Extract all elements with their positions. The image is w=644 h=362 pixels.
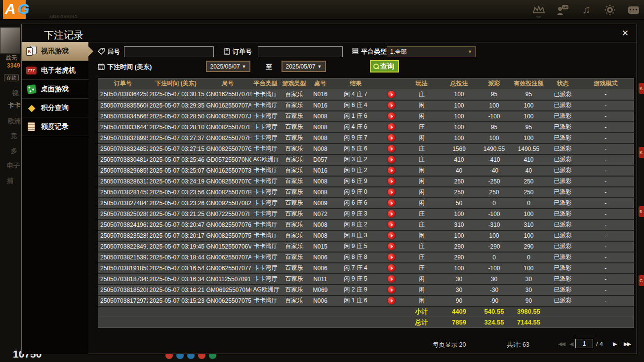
play-video-icon[interactable] bbox=[388, 178, 395, 185]
cell-time: 2025-05-07 03:21:25 bbox=[148, 209, 204, 219]
ag-logo[interactable]: A G bbox=[3, 0, 33, 20]
table-row: 2505070382814502025-05-07 03:23:56GN0082… bbox=[98, 187, 634, 198]
first-page-icon[interactable]: ◀◀ bbox=[558, 341, 564, 347]
cell-valid: 290 bbox=[510, 241, 548, 252]
date-from-picker[interactable]: 2025/05/07 ▼ bbox=[206, 61, 250, 72]
cell-payout: -410 bbox=[479, 154, 510, 165]
subtotal-bet: 4409 bbox=[440, 306, 479, 317]
total-count-label: 共计: 63 bbox=[507, 341, 529, 349]
cell-time: 2025-05-07 03:25:46 bbox=[148, 154, 204, 165]
cell-valid: 0 bbox=[510, 252, 548, 263]
cell-valid: 250 bbox=[510, 187, 548, 198]
cell-mode: - bbox=[578, 295, 634, 306]
cell-platform: 卡卡湾厅 bbox=[251, 219, 280, 230]
cell-result: 闲 1 庄 6 bbox=[332, 111, 379, 122]
cell-play bbox=[379, 154, 404, 165]
cell-status: 已派彩 bbox=[548, 111, 578, 122]
play-video-icon[interactable] bbox=[388, 112, 395, 120]
bet-records-dialog: 下注记录 ✕ K视讯游戏777电子老虎机桌面游戏◆积分查询额度记录 局号 订单号 bbox=[21, 24, 637, 354]
cell-mode: - bbox=[578, 263, 634, 274]
settings-gear-icon[interactable] bbox=[604, 3, 616, 16]
cell-table: N008 bbox=[309, 144, 332, 154]
cell-play bbox=[379, 89, 404, 100]
play-video-icon[interactable] bbox=[388, 253, 395, 261]
cell-platform: AG欧洲厅 bbox=[251, 285, 280, 295]
cell-mode: - bbox=[578, 176, 634, 187]
cell-valid: 100 bbox=[510, 263, 548, 274]
cell-table: N008 bbox=[309, 122, 332, 133]
round-input[interactable] bbox=[124, 46, 214, 57]
play-video-icon[interactable] bbox=[388, 275, 395, 283]
cell-bet: 100 bbox=[440, 209, 479, 219]
cell-time: 2025-05-07 03:16:34 bbox=[148, 274, 204, 285]
play-video-icon[interactable] bbox=[388, 102, 395, 109]
vip-icon[interactable]: VIP bbox=[532, 3, 545, 16]
date-to-picker[interactable]: 2025/05/07 ▼ bbox=[282, 61, 326, 72]
play-video-icon[interactable] bbox=[388, 264, 395, 272]
last-page-icon[interactable]: ▶▶ bbox=[624, 341, 630, 347]
cell-play bbox=[379, 285, 404, 295]
cell-order: 250507038187345 bbox=[98, 274, 148, 285]
page-number-input[interactable] bbox=[575, 339, 593, 348]
cell-time: 2025-05-07 03:30:15 bbox=[148, 89, 204, 100]
sidebar-item-4[interactable]: 额度记录 bbox=[22, 117, 88, 136]
play-video-icon[interactable] bbox=[388, 123, 395, 131]
cell-payout: -100 bbox=[479, 263, 510, 274]
cell-table: N006 bbox=[309, 252, 332, 263]
close-icon[interactable]: ✕ bbox=[622, 28, 629, 38]
play-video-icon[interactable] bbox=[388, 145, 395, 152]
next-page-icon[interactable]: ▶ bbox=[613, 341, 616, 347]
cell-round: GN0062550707A bbox=[204, 252, 251, 263]
sidebar-item-3[interactable]: ◆积分查询 bbox=[22, 99, 88, 117]
cell-time: 2025-05-07 03:28:10 bbox=[148, 122, 204, 133]
cell-table: N008 bbox=[309, 219, 332, 230]
play-video-icon[interactable] bbox=[388, 210, 395, 217]
cell-time: 2025-05-07 03:20:47 bbox=[148, 219, 204, 230]
play-video-icon[interactable] bbox=[388, 91, 395, 98]
cell-bet: 90 bbox=[440, 295, 479, 306]
cell-platform: 卡卡湾厅 bbox=[251, 274, 280, 285]
cell-mode: - bbox=[578, 165, 634, 176]
cell-method: 闲 bbox=[404, 230, 440, 241]
play-video-icon[interactable] bbox=[388, 232, 395, 239]
cell-time: 2025-05-07 03:23:26 bbox=[148, 198, 204, 209]
total-row: 总计 7859 324.55 7144.55 bbox=[98, 317, 634, 328]
cell-valid: 410 bbox=[510, 154, 548, 165]
play-video-icon[interactable] bbox=[388, 297, 395, 304]
order-input[interactable] bbox=[258, 46, 343, 57]
play-video-icon[interactable] bbox=[388, 134, 395, 142]
cell-round: GN00925507082 bbox=[204, 198, 251, 209]
search-button[interactable]: 查询 bbox=[370, 60, 399, 72]
table-row: 2505070382502802025-05-07 03:21:25GN0722… bbox=[98, 209, 634, 219]
sidebar-item-0[interactable]: K视讯游戏 bbox=[22, 42, 88, 61]
top-bar: A G ASIA GAMING VIP ♫ bbox=[0, 0, 644, 20]
platform-type-select[interactable]: 1.全部 ▼ bbox=[387, 46, 476, 57]
table-row: 2505070382352852025-05-07 03:20:17GN0082… bbox=[98, 230, 634, 241]
music-icon[interactable]: ♫ bbox=[580, 3, 593, 16]
cell-platform: 卡卡湾厅 bbox=[251, 111, 280, 122]
play-video-icon[interactable] bbox=[388, 199, 395, 207]
play-video-icon[interactable] bbox=[388, 156, 395, 163]
play-video-icon[interactable] bbox=[388, 188, 395, 196]
customer-service-icon[interactable] bbox=[556, 3, 569, 16]
cell-bet: 250 bbox=[440, 187, 479, 198]
cell-play bbox=[379, 133, 404, 144]
sidebar-item-2[interactable]: 桌面游戏 bbox=[22, 80, 88, 99]
play-video-icon[interactable] bbox=[388, 243, 395, 250]
document-icon bbox=[26, 121, 37, 132]
bg-nav-fish: 捕 bbox=[7, 177, 13, 185]
prev-page-icon[interactable]: ◀ bbox=[569, 341, 572, 347]
play-video-icon[interactable] bbox=[388, 286, 395, 293]
sidebar-item-1[interactable]: 777电子老虎机 bbox=[22, 61, 88, 80]
column-header: 状态 bbox=[548, 78, 578, 89]
cell-result: 闲 8 庄 8 bbox=[332, 252, 379, 263]
play-video-icon[interactable] bbox=[388, 221, 395, 228]
cell-round: GN00825507076 bbox=[204, 219, 251, 230]
cell-platform: 卡卡湾厅 bbox=[251, 263, 280, 274]
chat-icon[interactable] bbox=[627, 3, 640, 16]
play-video-icon[interactable] bbox=[388, 167, 395, 174]
cell-method: 闲 bbox=[404, 176, 440, 187]
cell-bet: 40 bbox=[440, 165, 479, 176]
cell-result: 闲 8 庄 2 bbox=[332, 219, 379, 230]
cell-method: 闲 bbox=[404, 165, 440, 176]
